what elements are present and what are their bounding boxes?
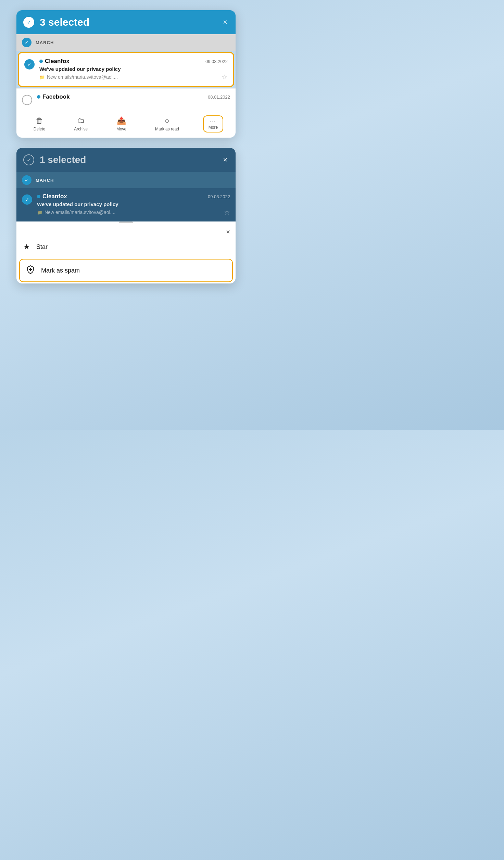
archive-icon: 🗂: [77, 116, 85, 125]
email2-top-row: Facebook 08.01.2022: [37, 93, 230, 100]
card2-selected-count: 1 selected: [40, 154, 216, 165]
email1-date: 09.03.2022: [205, 59, 228, 64]
card1-close-button[interactable]: ×: [222, 16, 229, 28]
more-icon: ···: [210, 118, 216, 124]
card2-email1-date: 09.03.2022: [208, 194, 230, 199]
card2-unread-dot: [37, 195, 40, 198]
mark-read-icon: ○: [165, 116, 169, 125]
card2-email1-content: Cleanfox 09.03.2022 We've updated our pr…: [37, 193, 230, 216]
email1-sender: Cleanfox: [39, 58, 70, 65]
spam-sheet-label: Mark as spam: [41, 267, 80, 274]
archive-label: Archive: [74, 127, 88, 131]
card1-section-march: ✓ MARCH: [16, 34, 236, 51]
card2-email1-preview: 📁 New emails/maria.svitova@aol....: [37, 210, 115, 215]
select-all-icon[interactable]: ✓: [23, 17, 34, 28]
email2-check-icon[interactable]: [22, 95, 32, 105]
email2-date: 08.01.2022: [208, 94, 230, 100]
mark-as-spam-item[interactable]: Mark as spam: [19, 259, 233, 282]
star-icon[interactable]: ☆: [222, 73, 228, 81]
move-icon: 📤: [117, 116, 126, 125]
delete-label: Delete: [34, 127, 46, 131]
card2-email1-check-icon[interactable]: ✓: [22, 194, 32, 205]
email-row-facebook[interactable]: Facebook 08.01.2022: [16, 88, 236, 110]
card2-section-check-icon: ✓: [22, 175, 32, 185]
sheet-close-row: ×: [16, 227, 236, 236]
email2-sender: Facebook: [37, 93, 70, 100]
email1-preview: 📁 New emails/maria.svitova@aol....: [39, 74, 118, 80]
card2-email-row-cleanfox[interactable]: ✓ Cleanfox 09.03.2022 We've updated our …: [16, 188, 236, 222]
more-sheet: × ★ Star Mark as spam: [16, 218, 236, 283]
more-button[interactable]: ··· More: [203, 115, 223, 132]
card1-header: ✓ 3 selected ×: [16, 10, 236, 34]
delete-button[interactable]: 🗑 Delete: [29, 114, 50, 134]
card2-email1-top-row: Cleanfox 09.03.2022: [37, 193, 230, 200]
email1-top-row: Cleanfox 09.03.2022: [39, 58, 228, 65]
card1-section-label: MARCH: [36, 40, 54, 45]
email-row-cleanfox[interactable]: ✓ Cleanfox 09.03.2022 We've updated our …: [18, 52, 234, 87]
card1-selected-count: 3 selected: [40, 16, 216, 28]
unread-dot-2: [37, 95, 40, 99]
email1-check-icon[interactable]: ✓: [24, 59, 35, 69]
card2-header: ✓ 1 selected ×: [16, 148, 236, 172]
move-button[interactable]: 📤 Move: [112, 114, 131, 134]
card2-email1-subject: We've updated our privacy policy: [37, 201, 230, 207]
folder-icon: 📁: [39, 75, 45, 80]
card2-close-button[interactable]: ×: [222, 154, 229, 166]
mark-as-read-button[interactable]: ○ Mark as read: [150, 114, 184, 134]
section-check-icon: ✓: [22, 38, 32, 47]
sheet-handle: [119, 222, 133, 223]
card2-section-march: ✓ MARCH: [16, 172, 236, 188]
card2-star-icon[interactable]: ☆: [224, 208, 230, 216]
move-label: Move: [116, 127, 126, 131]
card-1: ✓ 3 selected × ✓ MARCH ✓ Cleanfox 09.03.…: [16, 10, 236, 138]
archive-button[interactable]: 🗂 Archive: [69, 114, 92, 134]
card2-select-icon[interactable]: ✓: [23, 154, 34, 165]
unread-dot: [39, 60, 43, 63]
email2-content: Facebook 08.01.2022: [37, 93, 230, 102]
card-2: ✓ 1 selected × ✓ MARCH ✓ Cleanfox 09.03.…: [16, 148, 236, 283]
delete-icon: 🗑: [36, 116, 43, 125]
email1-content: Cleanfox 09.03.2022 We've updated our pr…: [39, 58, 228, 81]
star-sheet-item[interactable]: ★ Star: [16, 236, 236, 257]
card2-email1-sender: Cleanfox: [37, 193, 67, 200]
spam-shield-icon: [26, 265, 35, 276]
star-sheet-label: Star: [36, 243, 48, 251]
email1-subject: We've updated our privacy policy: [39, 66, 228, 72]
mark-read-label: Mark as read: [155, 127, 179, 131]
card2-section-label: MARCH: [36, 178, 54, 183]
sheet-close-button[interactable]: ×: [226, 228, 230, 236]
more-label: More: [209, 125, 218, 130]
card2-folder-icon: 📁: [37, 210, 42, 215]
card1-toolbar: 🗑 Delete 🗂 Archive 📤 Move ○ Mark as read…: [16, 110, 236, 138]
star-sheet-icon: ★: [23, 242, 30, 251]
